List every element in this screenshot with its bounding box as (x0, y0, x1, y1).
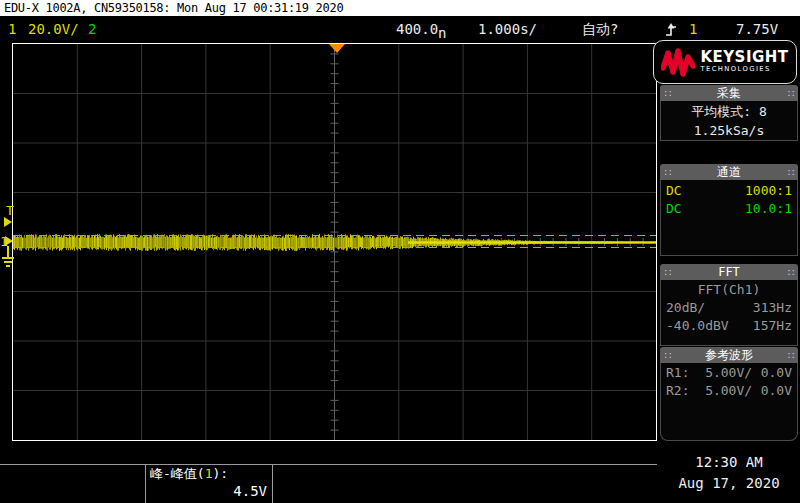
ch2-number-badge[interactable]: 2 (88, 16, 96, 43)
brand-name: KEYSIGHT (700, 50, 788, 65)
trigger-marker-label: T (6, 204, 14, 217)
grip-icon: :: (786, 85, 795, 101)
grip-icon: :: (786, 347, 795, 363)
ground-symbol-bar3 (6, 265, 10, 267)
ch1-probe-ratio: 1000:1 (745, 182, 792, 200)
fft-offset-row: -40.0dBV 157Hz (661, 317, 797, 335)
measurement-box-right-border (272, 464, 273, 503)
fft-panel-header[interactable]: :: FFT :: (660, 264, 798, 280)
sample-rate: 1.25kSa/s (661, 121, 797, 140)
grip-icon: :: (663, 164, 672, 180)
channels-title: 通道 (672, 164, 786, 180)
measurement-cursor-bottom[interactable] (13, 247, 656, 248)
keysight-logo-text: KEYSIGHT TECHNOLOGIES (700, 50, 788, 74)
ref2-label: R2: (666, 383, 689, 398)
measurement-label[interactable]: 峰-峰值(1): (150, 466, 228, 482)
ch1-scale-readout[interactable]: 20.0V/ (28, 16, 79, 43)
oscilloscope-screen: EDU-X 1002A, CN59350158: Mon Aug 17 00:3… (0, 0, 800, 503)
ground-symbol-bar1 (2, 257, 14, 259)
rising-edge-trigger-icon (664, 22, 678, 38)
reference-panel-header[interactable]: :: 参考波形 :: (660, 347, 798, 363)
ref1-label-scale: R1: 5.00V/ (666, 364, 752, 382)
grip-icon: :: (663, 264, 672, 280)
keysight-logo-icon (661, 46, 695, 78)
acquisition-panel[interactable]: 平均模式: 8 1.25kSa/s (660, 101, 798, 141)
measurement-cursor-top[interactable] (13, 235, 656, 236)
fft-span: 313Hz (753, 299, 792, 317)
brand-subtitle: TECHNOLOGIES (700, 65, 788, 74)
timebase-readout[interactable]: 1.000s/ (478, 16, 537, 43)
fft-scale-row: 20dB/ 313Hz (661, 299, 797, 317)
keysight-logo-box: KEYSIGHT TECHNOLOGIES (653, 40, 797, 84)
ch1-waveform-trace (13, 44, 656, 441)
ground-symbol-bar2 (4, 261, 12, 263)
ch1-settings-row[interactable]: DC 1000:1 (661, 182, 797, 200)
measurement-label-prefix: 峰-峰值( (150, 466, 205, 481)
ref2-label-scale: R2: 5.00V/ (666, 382, 752, 400)
time-reference-marker[interactable] (329, 44, 345, 53)
delay-readout[interactable]: 400.0 (396, 16, 438, 43)
fft-title: FFT (672, 264, 786, 280)
ref2-scale: 5.00V/ (705, 383, 752, 398)
ref1-scale: 5.00V/ (705, 365, 752, 380)
acquisition-mode: 平均模式: 8 (661, 102, 797, 121)
grip-icon: :: (663, 347, 672, 363)
clock-date: Aug 17, 2020 (659, 473, 799, 494)
ref1-row[interactable]: R1: 5.00V/ 0.0V (661, 364, 797, 382)
channels-panel-header[interactable]: :: 通道 :: (660, 164, 798, 180)
trigger-level-marker[interactable] (4, 217, 12, 227)
ch2-settings-row[interactable]: DC 10.0:1 (661, 200, 797, 218)
fft-center: 157Hz (753, 317, 792, 335)
ref1-label: R1: (666, 365, 689, 380)
status-bar: 1 20.0V/ 2 400.0 ns 1.000s/ 自动? 1 7.75V (0, 16, 800, 43)
fft-offset: -40.0dBV (666, 317, 729, 335)
fft-scale: 20dB/ (666, 299, 705, 317)
ref1-offset: 0.0V (761, 364, 792, 382)
reference-title: 参考波形 (672, 347, 786, 363)
ref2-row[interactable]: R2: 5.00V/ 0.0V (661, 382, 797, 400)
grip-icon: :: (786, 264, 795, 280)
channels-panel[interactable]: DC 1000:1 DC 10.0:1 (660, 180, 798, 256)
grip-icon: :: (786, 164, 795, 180)
bottom-divider (0, 464, 657, 465)
measurement-value: 4.5V (150, 483, 267, 499)
ch1-coupling: DC (666, 182, 682, 200)
fft-source: FFT(Ch1) (661, 280, 797, 299)
clock-time: 12:30 AM (659, 452, 799, 473)
fft-panel[interactable]: FFT(Ch1) 20dB/ 313Hz -40.0dBV 157Hz (660, 280, 798, 346)
ground-symbol-stem (7, 246, 9, 257)
trigger-level-readout[interactable]: 7.75V (736, 16, 778, 43)
reference-panel[interactable]: R1: 5.00V/ 0.0V R2: 5.00V/ 0.0V (660, 363, 798, 441)
measurement-box-left-border (145, 464, 146, 503)
ch2-probe-ratio: 10.0:1 (745, 200, 792, 218)
ref2-offset: 0.0V (761, 382, 792, 400)
trigger-source-readout[interactable]: 1 (689, 16, 697, 43)
ch1-ground-marker[interactable] (5, 236, 13, 246)
title-bar: EDU-X 1002A, CN59350158: Mon Aug 17 00:3… (0, 0, 800, 16)
acquisition-panel-header[interactable]: :: 采集 :: (660, 85, 798, 101)
clock: 12:30 AM Aug 17, 2020 (659, 452, 799, 494)
acquisition-title: 采集 (672, 85, 786, 101)
measurement-label-suffix: ): (212, 466, 228, 481)
trigger-mode-readout[interactable]: 自动? (582, 16, 618, 43)
ch1-number-badge[interactable]: 1 (8, 16, 16, 43)
grip-icon: :: (663, 85, 672, 101)
ch2-coupling: DC (666, 200, 682, 218)
